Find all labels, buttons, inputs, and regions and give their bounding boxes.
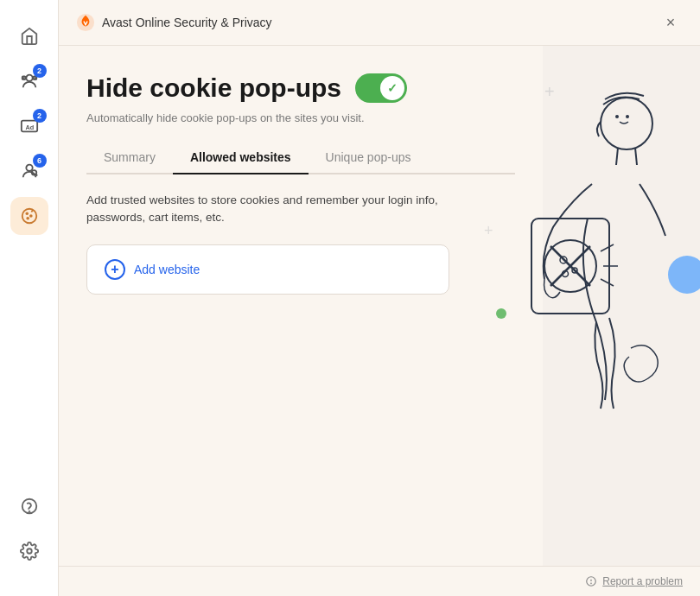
page-title-row: Hide cookie pop-ups ✓ xyxy=(86,73,515,103)
add-website-button[interactable]: + Add website xyxy=(86,244,449,295)
brand-name: Avast Online Security & Privacy xyxy=(102,16,272,29)
content-panel: Hide cookie pop-ups ✓ Automatically hide… xyxy=(59,46,543,566)
svg-rect-23 xyxy=(531,219,609,314)
svg-line-30 xyxy=(601,244,614,251)
tab-summary[interactable]: Summary xyxy=(86,142,173,174)
content-area: Hide cookie pop-ups ✓ Automatically hide… xyxy=(59,46,700,566)
tab-description: Add trusted websites to store cookies an… xyxy=(86,192,449,227)
avast-logo xyxy=(76,13,95,32)
cookie-icon xyxy=(20,206,39,225)
home-icon xyxy=(20,27,39,46)
svg-line-7 xyxy=(35,174,36,175)
svg-point-13 xyxy=(29,511,29,512)
sidebar-item-home[interactable] xyxy=(10,17,48,55)
svg-line-32 xyxy=(601,279,614,286)
svg-point-26 xyxy=(572,268,577,273)
toggle-knob: ✓ xyxy=(380,76,404,100)
sidebar-item-ads[interactable]: Ad 2 xyxy=(10,107,48,145)
svg-point-25 xyxy=(560,257,567,263)
report-problem-label: Report a problem xyxy=(602,575,683,587)
help-icon xyxy=(20,497,39,516)
svg-point-11 xyxy=(27,218,29,219)
sidebar-item-privacy[interactable]: 6 xyxy=(10,152,48,190)
close-button[interactable]: × xyxy=(659,10,683,35)
header-bar: Avast Online Security & Privacy × xyxy=(59,0,700,46)
tab-unique-popups[interactable]: Unique pop-ups xyxy=(309,142,429,174)
sidebar-item-cookie[interactable] xyxy=(10,197,48,235)
svg-point-24 xyxy=(544,240,596,292)
svg-point-27 xyxy=(563,271,569,277)
sidebar: 2 Ad 2 6 xyxy=(0,0,59,596)
privacy-badge: 6 xyxy=(33,154,47,168)
report-icon xyxy=(585,575,597,587)
page-subtitle: Automatically hide cookie pop-ups on the… xyxy=(86,111,515,124)
ads-badge: 2 xyxy=(33,109,47,123)
svg-point-19 xyxy=(668,256,700,294)
svg-point-0 xyxy=(26,75,32,81)
sidebar-item-tracker[interactable]: 2 xyxy=(10,62,48,100)
svg-point-21 xyxy=(615,115,619,118)
settings-icon xyxy=(20,542,39,561)
svg-text:Ad: Ad xyxy=(25,124,34,131)
svg-point-22 xyxy=(626,115,629,118)
sidebar-top: 2 Ad 2 6 xyxy=(10,17,48,480)
svg-point-9 xyxy=(26,212,28,214)
svg-point-5 xyxy=(26,165,32,171)
main-content: Avast Online Security & Privacy × Hide c… xyxy=(59,0,700,596)
svg-point-20 xyxy=(601,98,652,149)
tabs-bar: Summary Allowed websites Unique pop-ups xyxy=(86,142,515,174)
svg-text:+: + xyxy=(544,82,555,101)
tab-allowed-websites[interactable]: Allowed websites xyxy=(173,142,309,174)
svg-line-29 xyxy=(550,246,590,286)
sidebar-item-settings[interactable] xyxy=(10,532,48,570)
toggle-check-icon: ✓ xyxy=(387,81,398,95)
svg-point-14 xyxy=(27,548,32,554)
page-title: Hide cookie pop-ups xyxy=(86,73,341,103)
add-website-label: Add website xyxy=(134,263,200,276)
svg-point-35 xyxy=(591,583,592,584)
tracker-badge: 2 xyxy=(33,64,47,78)
report-problem-link[interactable]: Report a problem xyxy=(585,575,683,587)
toggle-switch[interactable]: ✓ xyxy=(355,73,407,103)
add-circle-icon: + xyxy=(105,259,125,280)
footer: Report a problem xyxy=(59,566,700,596)
sidebar-bottom xyxy=(10,487,48,579)
svg-point-10 xyxy=(29,215,31,217)
sidebar-item-help[interactable] xyxy=(10,487,48,525)
brand: Avast Online Security & Privacy xyxy=(76,13,272,32)
svg-line-28 xyxy=(550,246,590,286)
